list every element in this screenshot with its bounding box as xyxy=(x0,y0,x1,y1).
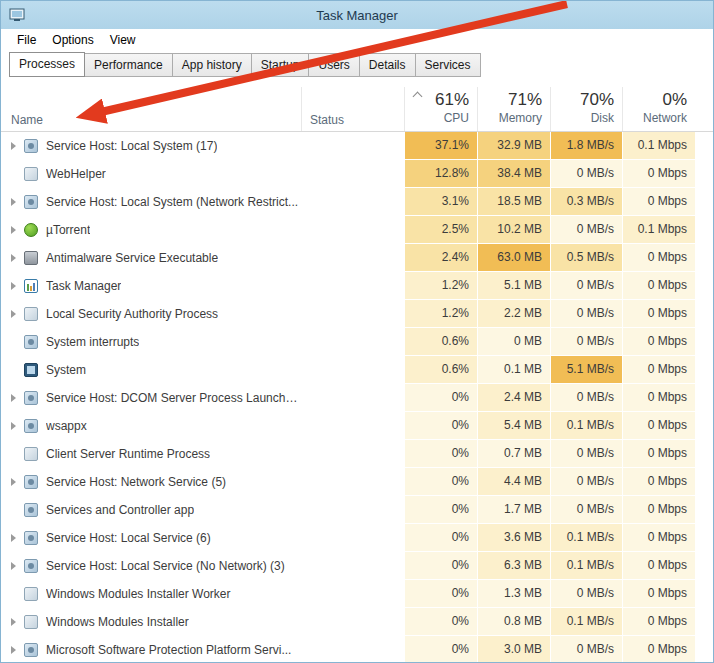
memory-cell: 1.7 MB xyxy=(477,496,550,524)
network-cell: 0 Mbps xyxy=(622,384,695,412)
menu-file[interactable]: File xyxy=(9,30,44,50)
table-row[interactable]: Local Security Authority Process 1.2% 2.… xyxy=(1,300,713,328)
memory-cell: 5.1 MB xyxy=(477,272,550,300)
cpu-cell: 1.2% xyxy=(404,300,477,328)
cpu-cell: 2.4% xyxy=(404,244,477,272)
tab-users[interactable]: Users xyxy=(308,53,359,77)
memory-cell: 0 MB xyxy=(477,328,550,356)
expand-chevron-icon[interactable] xyxy=(11,310,16,318)
process-name-cell: Microsoft Software Protection Platform S… xyxy=(1,636,301,663)
tab-performance[interactable]: Performance xyxy=(84,53,173,77)
status-cell xyxy=(301,272,404,300)
tab-bar: Processes Performance App history Startu… xyxy=(1,51,713,77)
process-icon xyxy=(24,251,38,265)
table-row[interactable]: Client Server Runtime Process 0% 0.7 MB … xyxy=(1,440,713,468)
table-row[interactable]: Windows Modules Installer Worker 0% 1.3 … xyxy=(1,580,713,608)
process-name: WebHelper xyxy=(46,167,106,181)
table-row[interactable]: Services and Controller app 0% 1.7 MB 0 … xyxy=(1,496,713,524)
disk-cell: 0 MB/s xyxy=(550,272,622,300)
process-name: Windows Modules Installer Worker xyxy=(46,587,231,601)
table-row[interactable]: µTorrent 2.5% 10.2 MB 0 MB/s 0.1 Mbps xyxy=(1,216,713,244)
table-row[interactable]: WebHelper 12.8% 38.4 MB 0 MB/s 0 Mbps xyxy=(1,160,713,188)
memory-cell: 6.3 MB xyxy=(477,552,550,580)
expand-chevron-icon[interactable] xyxy=(11,282,16,290)
expand-chevron-icon[interactable] xyxy=(11,422,16,430)
process-name-cell: Service Host: Local Service (No Network)… xyxy=(1,552,301,580)
table-row[interactable]: Service Host: Local Service (6) 0% 3.6 M… xyxy=(1,524,713,552)
status-cell xyxy=(301,188,404,216)
table-row[interactable]: Service Host: DCOM Server Process Launch… xyxy=(1,384,713,412)
network-cell: 0 Mbps xyxy=(622,636,695,663)
expand-chevron-icon[interactable] xyxy=(11,562,16,570)
expand-chevron-icon[interactable] xyxy=(11,198,16,206)
memory-total-percent: 71% xyxy=(478,90,542,110)
network-header-label: Network xyxy=(623,111,687,125)
table-row[interactable]: Service Host: Local System (Network Rest… xyxy=(1,188,713,216)
disk-cell: 0 MB/s xyxy=(550,328,622,356)
process-name: Service Host: Local Service (6) xyxy=(46,531,211,545)
process-name: System xyxy=(46,363,86,377)
status-cell xyxy=(301,524,404,552)
expand-chevron-icon[interactable] xyxy=(11,226,16,234)
table-row[interactable]: System 0.6% 0.1 MB 5.1 MB/s 0 Mbps xyxy=(1,356,713,384)
cpu-cell: 0% xyxy=(404,608,477,636)
column-header-status[interactable]: Status xyxy=(301,87,404,131)
memory-cell: 4.4 MB xyxy=(477,468,550,496)
expand-chevron-icon[interactable] xyxy=(11,142,16,150)
memory-cell: 3.0 MB xyxy=(477,636,550,663)
title-bar[interactable]: Task Manager xyxy=(1,1,713,29)
table-row[interactable]: Windows Modules Installer 0% 0.8 MB 0.1 … xyxy=(1,608,713,636)
network-cell: 0 Mbps xyxy=(622,412,695,440)
network-cell: 0 Mbps xyxy=(622,440,695,468)
column-header-network[interactable]: 0% Network xyxy=(622,87,695,131)
menu-options[interactable]: Options xyxy=(44,30,101,50)
process-icon xyxy=(24,419,38,433)
table-row[interactable]: Microsoft Software Protection Platform S… xyxy=(1,636,713,663)
table-row[interactable]: wsappx 0% 5.4 MB 0.1 MB/s 0 Mbps xyxy=(1,412,713,440)
expand-chevron-icon[interactable] xyxy=(11,394,16,402)
scrollbar-gutter xyxy=(695,87,713,131)
cpu-cell: 0% xyxy=(404,384,477,412)
process-icon xyxy=(24,643,38,657)
status-header-label: Status xyxy=(310,113,344,127)
column-header-disk[interactable]: 70% Disk xyxy=(550,87,622,131)
process-name-cell: Service Host: DCOM Server Process Launch… xyxy=(1,384,301,412)
column-header-memory[interactable]: 71% Memory xyxy=(477,87,550,131)
menu-view[interactable]: View xyxy=(102,30,144,50)
column-header-name[interactable]: Name xyxy=(1,87,301,131)
process-name-cell: wsappx xyxy=(1,412,301,440)
disk-cell: 0.3 MB/s xyxy=(550,188,622,216)
memory-cell: 0.8 MB xyxy=(477,608,550,636)
memory-cell: 2.2 MB xyxy=(477,300,550,328)
process-name: Microsoft Software Protection Platform S… xyxy=(46,643,291,657)
tab-services[interactable]: Services xyxy=(415,53,481,77)
table-row[interactable]: Service Host: Local System (17) 37.1% 32… xyxy=(1,132,713,160)
expand-chevron-icon[interactable] xyxy=(11,478,16,486)
table-row[interactable]: Antimalware Service Executable 2.4% 63.0… xyxy=(1,244,713,272)
process-name: Windows Modules Installer xyxy=(46,615,189,629)
memory-cell: 38.4 MB xyxy=(477,160,550,188)
expand-chevron-icon[interactable] xyxy=(11,618,16,626)
expand-chevron-icon[interactable] xyxy=(11,534,16,542)
tab-processes[interactable]: Processes xyxy=(9,52,85,77)
process-name: Service Host: Local Service (No Network)… xyxy=(46,559,285,573)
status-cell xyxy=(301,244,404,272)
process-icon xyxy=(24,587,38,601)
expand-chevron-icon[interactable] xyxy=(11,254,16,262)
column-header-cpu[interactable]: 61% CPU xyxy=(404,87,477,131)
memory-cell: 0.7 MB xyxy=(477,440,550,468)
table-row[interactable]: Service Host: Network Service (5) 0% 4.4… xyxy=(1,468,713,496)
table-row[interactable]: Service Host: Local Service (No Network)… xyxy=(1,552,713,580)
status-cell xyxy=(301,496,404,524)
table-row[interactable]: Task Manager 1.2% 5.1 MB 0 MB/s 0 Mbps xyxy=(1,272,713,300)
tab-app-history[interactable]: App history xyxy=(172,53,252,77)
expand-chevron-icon[interactable] xyxy=(11,646,16,654)
disk-header-label: Disk xyxy=(551,111,614,125)
tab-startup[interactable]: Startup xyxy=(251,53,310,77)
disk-cell: 1.8 MB/s xyxy=(550,132,622,160)
table-row[interactable]: System interrupts 0.6% 0 MB 0 MB/s 0 Mbp… xyxy=(1,328,713,356)
process-icon xyxy=(24,307,38,321)
tab-details[interactable]: Details xyxy=(359,53,416,77)
disk-cell: 0.1 MB/s xyxy=(550,608,622,636)
status-cell xyxy=(301,300,404,328)
